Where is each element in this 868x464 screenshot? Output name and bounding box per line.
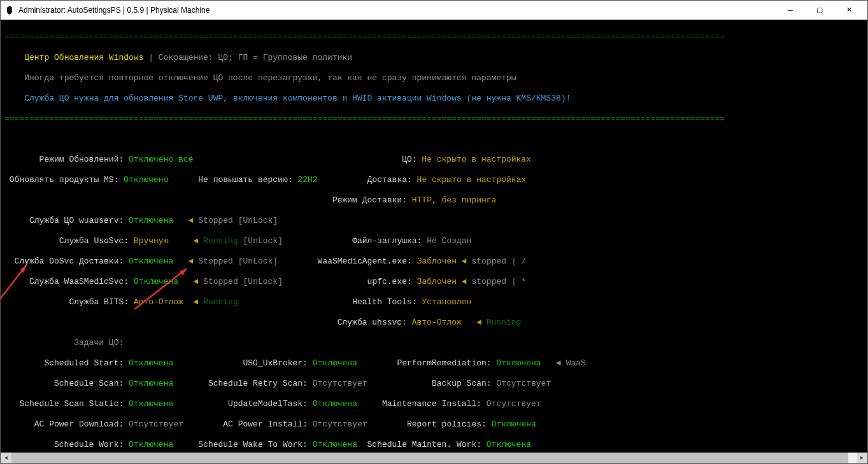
co-value: Не скрыто в настройках [422,155,531,164]
horizontal-scrollbar[interactable]: ◄ ► [1,453,867,463]
upfc-label: upfc.exe: [367,277,412,286]
uhs-label: Служба uhssvc: [338,318,407,327]
terminal-output[interactable]: ========================================… [1,20,867,453]
arrow-icon: ◄ [193,236,198,246]
titlebar[interactable]: Administrator: AutoSettingsPS | 0.5.9 | … [1,1,867,20]
no-raise-value: 22H2 [297,175,317,185]
header-title: Центр Обновления Windows [24,53,143,62]
scroll-left-button[interactable]: ◄ [1,453,11,463]
no-raise-label: Не повышать версию: [198,175,292,185]
svc-wuau-label: Служба ЦО wuauserv: [29,216,124,225]
arrow-icon: ◄ [476,318,481,327]
health-value: Установлен [422,297,471,307]
upfc-value: Заблочен [417,277,457,286]
scroll-right-button[interactable]: ► [857,453,867,463]
waas-label: WaaSMedicAgent.exe: [318,257,412,266]
arrow-icon: ◄ [193,277,198,286]
waas-value: Заблочен [417,257,457,266]
update-mode-label: Режим Обновлений: [39,155,124,164]
maximize-button[interactable]: ▢ [805,1,834,20]
header-warn: Иногда требуется повторное отключение ЦО… [24,73,516,83]
header-abbr: | Сокращение: ЦО; ГП = Групповые политик… [148,53,352,62]
arrow-icon: ◄ [462,257,467,266]
header-info: Служба ЦО нужна для обновления Store UWP… [24,94,571,103]
svc-bits-label: Служба BITS: [69,297,129,307]
svc-waasmed-label: Служба WaaSMedicSvc: [29,277,129,286]
minimize-button[interactable]: ─ [776,1,805,20]
tasks-header: Задачи ЦО: [74,338,124,348]
arrow-icon: ◄ [193,297,198,307]
ms-prod-value: Отключено [124,175,168,185]
scroll-track[interactable] [11,453,857,463]
divider-2: ========================================… [4,114,725,123]
divider: ========================================… [4,32,725,42]
co-label: ЦО: [402,155,416,164]
app-window: Administrator: AutoSettingsPS | 0.5.9 | … [0,0,868,464]
annotation-arrow-icon [134,265,192,309]
app-icon [4,5,15,15]
close-button[interactable]: ✕ [834,1,864,20]
arrow-icon: ◄ [189,216,194,225]
svc-wuau-value: Отключена [129,216,173,225]
update-mode-value: Отключено всё [129,155,193,164]
annotation-arrow-icon [1,262,31,300]
delivery-label: Доставка: [367,175,412,185]
stub-value: Не Создан [427,236,471,246]
health-label: Health Tools: [352,297,416,307]
stub-label: Файл-заглушка: [352,236,422,246]
window-controls: ─ ▢ ✕ [776,1,864,20]
svg-line-2 [134,269,187,309]
window-title: Administrator: AutoSettingsPS | 0.5.9 | … [18,6,776,15]
svg-marker-3 [180,269,187,276]
scroll-thumb[interactable] [11,453,848,463]
ms-prod-label: Обновлять продукты MS: [10,175,119,185]
uhs-value: Авто-Отлож [412,318,462,327]
svc-uso-value: Вручную [134,236,169,246]
delivery-value: Не скрыто в настройках [417,175,527,185]
dmode-label: Режим Доставки: [332,195,407,205]
svc-uso-label: Служба UsoSvc: [59,236,129,246]
dmode-value: HTTP, без пиринга [412,195,497,205]
arrow-icon: ◄ [462,277,467,286]
